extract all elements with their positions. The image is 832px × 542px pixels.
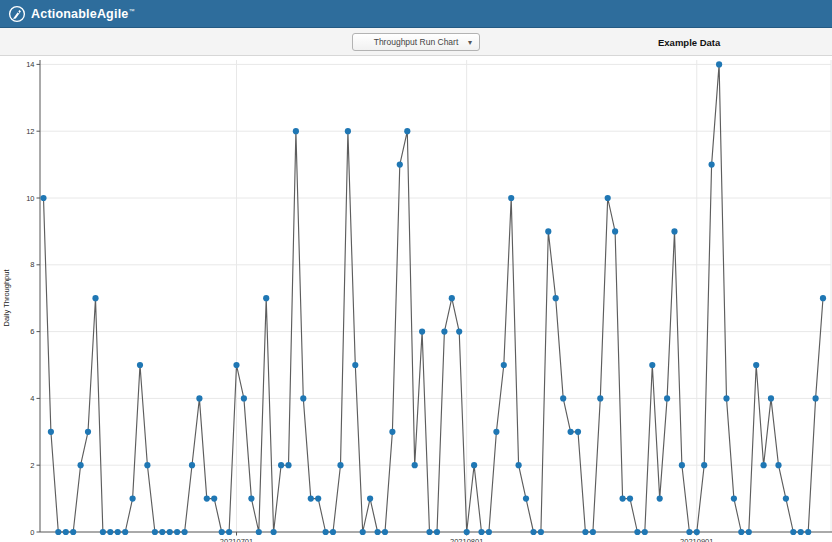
- data-point[interactable]: [233, 362, 239, 368]
- data-point[interactable]: [115, 529, 121, 535]
- data-point[interactable]: [122, 529, 128, 535]
- data-point[interactable]: [278, 462, 284, 468]
- data-point[interactable]: [241, 395, 247, 401]
- data-point[interactable]: [167, 529, 173, 535]
- data-point[interactable]: [293, 128, 299, 134]
- data-point[interactable]: [211, 496, 217, 502]
- data-point[interactable]: [196, 395, 202, 401]
- data-point[interactable]: [575, 429, 581, 435]
- data-point[interactable]: [597, 395, 603, 401]
- data-point[interactable]: [263, 295, 269, 301]
- data-point[interactable]: [352, 362, 358, 368]
- data-point[interactable]: [449, 295, 455, 301]
- data-point[interactable]: [516, 462, 522, 468]
- data-point[interactable]: [768, 395, 774, 401]
- data-point[interactable]: [701, 462, 707, 468]
- data-point[interactable]: [694, 529, 700, 535]
- data-point[interactable]: [397, 162, 403, 168]
- data-point[interactable]: [723, 395, 729, 401]
- data-point[interactable]: [152, 529, 158, 535]
- data-point[interactable]: [605, 195, 611, 201]
- data-point[interactable]: [657, 496, 663, 502]
- data-point[interactable]: [144, 462, 150, 468]
- data-point[interactable]: [634, 529, 640, 535]
- data-point[interactable]: [471, 462, 477, 468]
- data-point[interactable]: [55, 529, 61, 535]
- data-point[interactable]: [820, 295, 826, 301]
- data-point[interactable]: [137, 362, 143, 368]
- data-point[interactable]: [315, 496, 321, 502]
- data-point[interactable]: [360, 529, 366, 535]
- data-point[interactable]: [716, 61, 722, 67]
- data-point[interactable]: [746, 529, 752, 535]
- data-point[interactable]: [419, 329, 425, 335]
- data-point[interactable]: [323, 529, 329, 535]
- data-point[interactable]: [63, 529, 69, 535]
- data-point[interactable]: [731, 496, 737, 502]
- data-point[interactable]: [40, 195, 46, 201]
- data-point[interactable]: [612, 228, 618, 234]
- data-point[interactable]: [130, 496, 136, 502]
- data-point[interactable]: [412, 462, 418, 468]
- data-point[interactable]: [48, 429, 54, 435]
- data-point[interactable]: [174, 529, 180, 535]
- data-point[interactable]: [738, 529, 744, 535]
- data-point[interactable]: [189, 462, 195, 468]
- data-point[interactable]: [709, 162, 715, 168]
- data-point[interactable]: [404, 128, 410, 134]
- data-point[interactable]: [92, 295, 98, 301]
- data-point[interactable]: [664, 395, 670, 401]
- data-point[interactable]: [330, 529, 336, 535]
- data-point[interactable]: [642, 529, 648, 535]
- data-point[interactable]: [256, 529, 262, 535]
- data-point[interactable]: [545, 228, 551, 234]
- data-point[interactable]: [486, 529, 492, 535]
- data-point[interactable]: [367, 496, 373, 502]
- data-point[interactable]: [78, 462, 84, 468]
- data-point[interactable]: [271, 529, 277, 535]
- data-point[interactable]: [627, 496, 633, 502]
- data-point[interactable]: [761, 462, 767, 468]
- data-point[interactable]: [813, 395, 819, 401]
- data-point[interactable]: [226, 529, 232, 535]
- data-point[interactable]: [501, 362, 507, 368]
- data-point[interactable]: [753, 362, 759, 368]
- data-point[interactable]: [649, 362, 655, 368]
- data-point[interactable]: [798, 529, 804, 535]
- data-point[interactable]: [308, 496, 314, 502]
- data-point[interactable]: [300, 395, 306, 401]
- data-point[interactable]: [686, 529, 692, 535]
- data-point[interactable]: [375, 529, 381, 535]
- data-point[interactable]: [434, 529, 440, 535]
- data-point[interactable]: [285, 462, 291, 468]
- data-point[interactable]: [382, 529, 388, 535]
- data-point[interactable]: [775, 462, 781, 468]
- data-point[interactable]: [538, 529, 544, 535]
- data-point[interactable]: [790, 529, 796, 535]
- data-point[interactable]: [248, 496, 254, 502]
- data-point[interactable]: [107, 529, 113, 535]
- data-point[interactable]: [590, 529, 596, 535]
- data-point[interactable]: [523, 496, 529, 502]
- data-point[interactable]: [671, 228, 677, 234]
- data-point[interactable]: [508, 195, 514, 201]
- data-point[interactable]: [530, 529, 536, 535]
- data-point[interactable]: [620, 496, 626, 502]
- data-point[interactable]: [441, 329, 447, 335]
- data-point[interactable]: [337, 462, 343, 468]
- data-point[interactable]: [426, 529, 432, 535]
- data-point[interactable]: [70, 529, 76, 535]
- data-point[interactable]: [805, 529, 811, 535]
- data-point[interactable]: [464, 529, 470, 535]
- data-point[interactable]: [582, 529, 588, 535]
- data-point[interactable]: [389, 429, 395, 435]
- data-point[interactable]: [204, 496, 210, 502]
- data-point[interactable]: [100, 529, 106, 535]
- data-point[interactable]: [478, 529, 484, 535]
- data-point[interactable]: [560, 395, 566, 401]
- data-point[interactable]: [159, 529, 165, 535]
- chart-type-dropdown[interactable]: Throughput Run Chart ▾: [352, 33, 480, 51]
- data-point[interactable]: [219, 529, 225, 535]
- data-point[interactable]: [493, 429, 499, 435]
- data-point[interactable]: [568, 429, 574, 435]
